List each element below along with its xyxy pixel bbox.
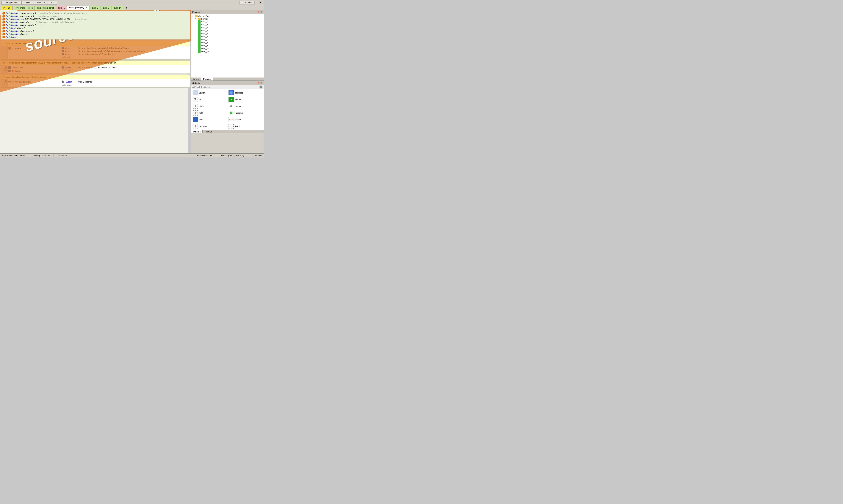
- obj-tapcount[interactable]: T tapCount: [192, 123, 227, 129]
- obj-clock[interactable]: T clock: [192, 103, 227, 109]
- status-bar: Approx. download: 200 kb memory use: 4 m…: [0, 154, 263, 158]
- learn-more-button[interactable]: Learn more: [239, 1, 255, 4]
- online-button[interactable]: Online: [21, 1, 34, 5]
- tab-projects[interactable]: Projects: [201, 77, 213, 80]
- tab-overflow-button[interactable]: ▼: [124, 6, 129, 10]
- obj-closure[interactable]: closure: [228, 103, 263, 109]
- obj-particles[interactable]: Particles: [228, 110, 263, 116]
- obj-splash[interactable]: READY splash: [228, 116, 263, 123]
- tree-level-10[interactable]: level_10: [192, 47, 263, 50]
- main-layout: source sneak-peek Global number show_men…: [0, 10, 263, 154]
- tree-layouts[interactable]: ▼ Layouts: [192, 18, 263, 20]
- status-zoom: Zoom: 75%: [252, 155, 262, 157]
- tab-level-menu-screen[interactable]: level_menu_screen: [13, 5, 35, 10]
- close-panel-button[interactable]: ✕: [259, 11, 262, 13]
- tree-level-8[interactable]: level_8: [192, 41, 263, 44]
- obj-icon-particles: [228, 110, 234, 115]
- objects-close-button[interactable]: ✕: [259, 82, 262, 84]
- file-icon: [198, 23, 201, 26]
- event-block-1-header: In start to a "dummy" pipe as a visual r…: [1, 41, 190, 46]
- status-divider: [29, 154, 29, 157]
- actions-col-38: 9patch Set X to lerp(Self.X, LayoutWidth…: [61, 65, 190, 73]
- global-row-pick-id: Global number pick_id = - pick last touc…: [2, 21, 188, 24]
- configurations-button[interactable]: Configurations: [1, 1, 21, 5]
- file-icon: [198, 38, 201, 41]
- obj-icon-bit: T: [193, 97, 198, 102]
- expand-btn-39[interactable]: □: [4, 83, 7, 85]
- tab-level-2[interactable]: level_2: [89, 5, 100, 10]
- tab-objects[interactable]: Objects: [191, 130, 203, 133]
- add-action-1[interactable]: Add action: [62, 55, 189, 58]
- panel-header-controls: 📌 ✕: [257, 11, 262, 13]
- tab-level-menu-script[interactable]: level_menu_script: [35, 5, 56, 10]
- tab-tilemap[interactable]: Tilemap: [203, 130, 214, 133]
- expand-btn-38[interactable]: □: [4, 68, 7, 71]
- obj-bit[interactable]: T bit: [192, 96, 227, 103]
- add-action-2[interactable]: Add action: [62, 69, 189, 72]
- global-row-reach-count: Global number reach_count = 0 st...: [2, 24, 188, 26]
- event-block-1: In start to a "dummy" pipe as a visual r…: [1, 41, 190, 60]
- tab-layers[interactable]: Layers: [191, 77, 201, 80]
- file-icon: [198, 47, 201, 50]
- cond-icon-blue: [8, 66, 11, 69]
- condition-icon: [8, 47, 11, 50]
- event-row-dummy: Is dummy pipe Set animation frame to pip…: [1, 46, 190, 59]
- global-row-time-pass: Global number time_pass = 0: [2, 30, 188, 33]
- add-action-3[interactable]: Add action: [62, 84, 189, 87]
- condition-touch-end: ✋ On any touch end: [8, 80, 60, 84]
- action-icon: [62, 47, 64, 49]
- obj-pipe[interactable]: pipe: [192, 116, 227, 123]
- right-panel: Projects 📌 ✕ ▼ Gimme Pipe ▼ Layouts leve…: [191, 10, 263, 154]
- file-icon: [198, 35, 201, 38]
- pin-button[interactable]: 📌: [257, 11, 259, 13]
- tree-level-3[interactable]: level_3: [192, 26, 263, 29]
- tree-level-2[interactable]: level_2: [192, 23, 263, 26]
- obj-9patch[interactable]: 9patch: [192, 90, 227, 96]
- action-set-x-lerp: 9patch Set X to lerp(Self.X, LayoutWidth…: [62, 66, 189, 69]
- tree-level-9[interactable]: level_9: [192, 44, 263, 47]
- obj-backdrop[interactable]: backdrop: [228, 90, 263, 96]
- line-num: [1, 46, 8, 59]
- layers-projects-tab-bar: Layers Projects: [191, 77, 263, 81]
- obj-icon-tapcount: T: [193, 124, 198, 129]
- tree-level-11[interactable]: level_11: [192, 50, 263, 53]
- global-icon: [2, 12, 5, 15]
- global-icon: [2, 18, 5, 20]
- objects-pin-button[interactable]: 📌: [257, 82, 259, 84]
- obj-notif[interactable]: T notif: [192, 110, 227, 116]
- tree-level-6[interactable]: level_6: [192, 35, 263, 38]
- action-icon: [62, 66, 64, 69]
- tab-bar: level_15 level_menu_screen level_menu_sc…: [0, 5, 263, 10]
- condition-is-stay: ✕ Is stay: [8, 69, 60, 73]
- global-row-show-menu: Global number show_menu = 0 condition fo…: [2, 12, 188, 15]
- tab-core-gameplay[interactable]: core_gameplay ✕: [67, 5, 89, 10]
- tab-level-1[interactable]: level_1: [56, 5, 67, 10]
- status-download: Approx. download: 200 kb: [1, 155, 25, 157]
- preview-button[interactable]: Preview: [34, 1, 48, 5]
- obj-icon-text2: T: [228, 124, 234, 129]
- global-row-bit-connect: Global constant text BIT_CONNECT = "1000…: [2, 18, 188, 21]
- tree-level-1[interactable]: level_1: [192, 20, 263, 23]
- close-tab-icon[interactable]: ✕: [86, 6, 87, 8]
- obj-button[interactable]: OK Button: [228, 96, 263, 103]
- close-button[interactable]: ✕: [259, 1, 262, 4]
- tree-level-4[interactable]: level_4: [192, 29, 263, 32]
- obj-text2[interactable]: T Text2: [228, 123, 263, 129]
- tree-level-7[interactable]: level_7: [192, 38, 263, 41]
- cond-icon-red-x: ✕: [12, 70, 14, 72]
- tab-level-3[interactable]: level_3: [101, 5, 111, 10]
- tab-level-14[interactable]: level_14: [111, 5, 123, 10]
- add-object-button[interactable]: +: [259, 86, 262, 89]
- global-row-con: Global con...: [2, 36, 188, 39]
- folder-icon: [195, 15, 197, 17]
- file-icon: [198, 32, 201, 35]
- objects-header: Objects 📌 ✕: [191, 81, 263, 85]
- file-icon: [198, 29, 201, 32]
- tab-level-15[interactable]: level_15: [1, 5, 13, 10]
- tree-level-5[interactable]: level_5: [192, 32, 263, 35]
- tree-root[interactable]: ▼ Gimme Pipe: [192, 15, 263, 18]
- global-icon: [2, 21, 5, 23]
- action-icon: [62, 53, 64, 55]
- top-bar: Configurations Online Preview Go Learn m…: [0, 0, 263, 5]
- go-button[interactable]: Go: [48, 1, 57, 5]
